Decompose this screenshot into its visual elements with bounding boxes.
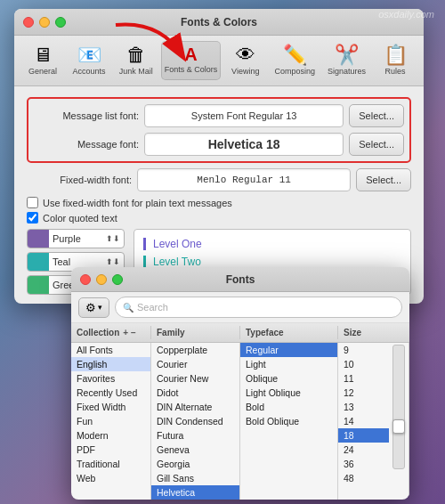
typeface-header: Typeface — [240, 326, 337, 339]
list-item[interactable]: 24 — [338, 443, 389, 457]
search-placeholder: Search — [137, 302, 168, 313]
size-header: Size — [338, 326, 409, 339]
list-item[interactable]: Courier — [151, 357, 239, 371]
list-item[interactable]: 12 — [338, 386, 389, 400]
typeface-column: Regular Light Oblique Light Oblique Bold… — [240, 343, 338, 500]
font-highlight-box: Message list font: System Font Regular 1… — [27, 97, 411, 163]
list-item[interactable]: 48 — [338, 471, 389, 485]
list-item[interactable]: Gill Sans — [151, 471, 239, 485]
gear-button[interactable]: ⚙ ▾ — [78, 297, 109, 318]
toolbar-junk-mail-label: Junk Mail — [119, 67, 153, 76]
fonts-close-button[interactable] — [80, 274, 91, 285]
family-header: Family — [151, 326, 239, 339]
fonts-colors-icon: A — [184, 45, 197, 63]
toolbar-accounts[interactable]: 📧 Accounts — [68, 41, 110, 80]
list-item[interactable]: Bold — [240, 400, 337, 414]
toolbar-viewing[interactable]: 👁 Viewing — [224, 41, 267, 80]
fixed-width-font-label: Fixed-width font: — [27, 175, 132, 185]
list-item[interactable]: Fixed Width — [71, 400, 150, 414]
fixed-width-font-field: Menlo Regular 11 — [137, 168, 351, 191]
fixed-width-checkbox[interactable] — [27, 197, 38, 208]
minimize-button[interactable] — [39, 17, 50, 28]
gear-dropdown-arrow: ▾ — [98, 303, 102, 312]
list-item[interactable]: 10 — [338, 357, 389, 371]
list-item[interactable]: Regular — [240, 343, 337, 357]
fonts-minimize-button[interactable] — [96, 274, 107, 285]
toolbar-rules-label: Rules — [384, 67, 405, 76]
list-item[interactable]: Geneva — [151, 443, 239, 457]
fonts-maximize-button[interactable] — [112, 274, 123, 285]
junk-mail-icon: 🗑 — [126, 45, 146, 65]
size-slider-track[interactable] — [392, 345, 405, 469]
message-font-row: Message font: Helvetica 18 Select... — [34, 133, 404, 156]
color-select-purple[interactable]: Purple ⬆⬇ — [27, 229, 125, 248]
message-list-font-row: Message list font: System Font Regular 1… — [34, 104, 404, 127]
message-font-select-button[interactable]: Select... — [349, 133, 404, 156]
list-item[interactable]: Courier New — [151, 371, 239, 386]
list-item[interactable]: Georgia — [151, 457, 239, 471]
list-item[interactable]: DIN Condensed — [151, 414, 239, 428]
list-item[interactable]: English — [71, 357, 150, 371]
color-quoted-checkbox-label: Color quoted text — [43, 213, 117, 224]
toolbar-accounts-label: Accounts — [73, 67, 106, 76]
list-item[interactable]: Copperplate — [151, 343, 239, 357]
fixed-width-font-select-button[interactable]: Select... — [356, 168, 411, 191]
list-item[interactable]: 9 — [338, 343, 389, 357]
close-button[interactable] — [23, 17, 34, 28]
list-item[interactable]: Futura — [151, 428, 239, 443]
fonts-window: Fonts ⚙ ▾ 🔍 Search Collection + − Family… — [71, 267, 409, 500]
watermark: osxdaily.com — [378, 9, 434, 20]
color-quoted-checkbox[interactable] — [27, 212, 38, 224]
toolbar-general-label: General — [28, 67, 57, 76]
collection-column: All Fonts English Favorites Recently Use… — [71, 343, 151, 500]
rules-icon: 📋 — [384, 45, 408, 65]
list-item[interactable]: Bold Oblique — [240, 414, 337, 428]
list-item[interactable]: 14 — [338, 414, 389, 428]
list-item[interactable]: PDF — [71, 443, 150, 457]
list-item[interactable]: 36 — [338, 457, 389, 471]
level-two: Level Two — [143, 256, 401, 268]
teal-label: Teal — [49, 256, 102, 267]
toolbar-composing-label: Composing — [275, 67, 316, 76]
list-item[interactable]: Light — [240, 357, 337, 371]
toolbar-rules[interactable]: 📋 Rules — [374, 41, 417, 80]
list-item[interactable]: 11 — [338, 371, 389, 386]
list-item[interactable]: All Fonts — [71, 343, 150, 357]
fixed-width-checkbox-label: Use fixed-width font for plain text mess… — [43, 198, 232, 208]
list-item[interactable]: Didot — [151, 386, 239, 400]
fonts-search-box: 🔍 Search — [115, 297, 402, 318]
fonts-toolbar: ⚙ ▾ 🔍 Search — [71, 292, 409, 323]
list-item[interactable]: Helvetica — [151, 485, 239, 500]
toolbar-junk-mail[interactable]: 🗑 Junk Mail — [114, 41, 158, 80]
toolbar-general[interactable]: 🖥 General — [21, 41, 64, 80]
main-window: Fonts & Colors 🖥 General 📧 Accounts 🗑 Ju… — [14, 9, 424, 304]
size-column: 9 10 11 12 13 14 18 24 36 48 — [338, 343, 409, 500]
list-item[interactable]: Oblique — [240, 371, 337, 386]
list-item[interactable]: Light Oblique — [240, 386, 337, 400]
list-item[interactable]: Favorites — [71, 371, 150, 386]
toolbar-fonts-colors[interactable]: A Fonts & Colors — [161, 41, 221, 80]
search-icon: 🔍 — [123, 303, 134, 313]
selected-size[interactable]: 18 — [338, 428, 389, 443]
message-list-font-label: Message list font: — [34, 110, 139, 121]
level-one: Level One — [143, 238, 401, 250]
message-list-font-select-button[interactable]: Select... — [349, 104, 404, 127]
general-icon: 🖥 — [33, 45, 53, 65]
maximize-button[interactable] — [55, 17, 66, 28]
add-remove-btns[interactable]: + − — [123, 328, 135, 337]
toolbar-fonts-colors-label: Fonts & Colors — [165, 65, 218, 74]
fixed-width-font-row: Fixed-width font: Menlo Regular 11 Selec… — [27, 168, 411, 191]
teal-swatch — [28, 253, 49, 271]
list-item[interactable]: Recently Used — [71, 386, 150, 400]
list-item[interactable]: Web — [71, 471, 150, 485]
toolbar-composing[interactable]: ✏️ Composing — [271, 41, 320, 80]
list-item[interactable]: 13 — [338, 400, 389, 414]
list-item[interactable]: Fun — [71, 414, 150, 428]
list-item[interactable]: Traditional — [71, 457, 150, 471]
size-slider-thumb[interactable] — [392, 419, 405, 434]
purple-swatch — [28, 230, 49, 248]
list-item[interactable]: Modern — [71, 428, 150, 443]
toolbar-signatures[interactable]: ✂️ Signatures — [323, 41, 370, 80]
list-item[interactable]: DIN Alternate — [151, 400, 239, 414]
fonts-window-title: Fonts — [226, 273, 255, 286]
